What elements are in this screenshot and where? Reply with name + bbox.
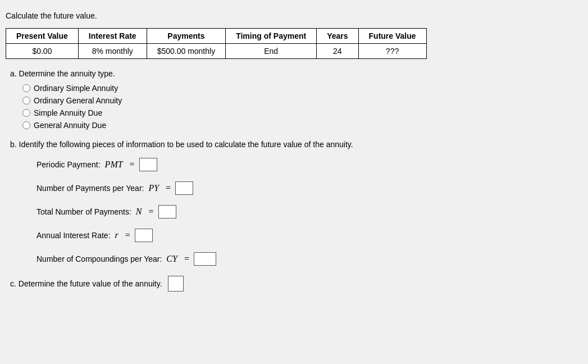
py-equals: = <box>166 183 171 193</box>
col-header-years: Years <box>317 29 358 44</box>
r-label: Annual Interest Rate: <box>37 231 111 240</box>
r-var: r <box>115 230 118 240</box>
field-row-pmt: Periodic Payment: PMT = <box>37 158 582 171</box>
cell-interest-rate: 8% monthly <box>78 44 147 59</box>
radio-simple-due[interactable]: Simple Annuity Due <box>22 108 582 117</box>
cell-payments: $500.00 monthly <box>147 44 226 59</box>
field-row-cy: Number of Compoundings per Year: CY = <box>37 252 582 266</box>
n-label: Total Number of Payments: <box>37 207 131 216</box>
field-row-r: Annual Interest Rate: r = <box>37 229 582 242</box>
cy-label: Number of Compoundings per Year: <box>37 254 162 263</box>
r-input-box[interactable] <box>135 229 153 242</box>
pmt-equals: = <box>130 160 135 170</box>
pmt-var: PMT <box>105 160 123 170</box>
py-input-box[interactable] <box>175 181 193 195</box>
radio-ordinary-general-input[interactable] <box>22 97 30 104</box>
radio-general-due[interactable]: General Annuity Due <box>22 121 582 130</box>
col-header-future-value: Future Value <box>358 29 426 44</box>
n-equals: = <box>149 207 154 217</box>
radio-ordinary-general[interactable]: Ordinary General Annuity <box>22 96 582 105</box>
cell-present-value: $0.00 <box>6 44 79 59</box>
py-var: PY <box>148 183 159 193</box>
section-a-label: a. Determine the annuity type. <box>10 69 582 78</box>
radio-general-due-label: General Annuity Due <box>34 121 106 130</box>
radio-general-due-input[interactable] <box>22 121 30 129</box>
field-row-n: Total Number of Payments: N = <box>37 205 582 219</box>
radio-simple-due-label: Simple Annuity Due <box>34 108 102 117</box>
radio-ordinary-simple[interactable]: Ordinary Simple Annuity <box>22 84 582 93</box>
radio-ordinary-simple-input[interactable] <box>22 84 30 92</box>
pmt-label: Periodic Payment: <box>37 160 101 169</box>
r-equals: = <box>125 230 130 240</box>
cy-input-box[interactable] <box>194 252 216 266</box>
n-var: N <box>136 207 142 217</box>
section-c-row: c. Determine the future value of the ann… <box>10 276 582 292</box>
cell-years: 24 <box>317 44 358 59</box>
radio-ordinary-general-label: Ordinary General Annuity <box>34 96 122 105</box>
future-value-input-box[interactable] <box>168 276 184 292</box>
annuity-type-group: Ordinary Simple Annuity Ordinary General… <box>22 84 582 130</box>
data-table: Present Value Interest Rate Payments Tim… <box>6 28 427 59</box>
col-header-present-value: Present Value <box>6 29 79 44</box>
radio-simple-due-input[interactable] <box>22 109 30 117</box>
section-b-label: b. Identify the following pieces of info… <box>10 140 582 149</box>
pmt-input-box[interactable] <box>139 158 157 171</box>
section-c-label: c. Determine the future value of the ann… <box>10 279 162 288</box>
field-row-py: Number of Payments per Year: PY = <box>37 181 582 195</box>
cell-timing: End <box>226 44 317 59</box>
col-header-interest-rate: Interest Rate <box>78 29 147 44</box>
cell-future-value: ??? <box>358 44 426 59</box>
fields-group: Periodic Payment: PMT = Number of Paymen… <box>37 158 582 266</box>
col-header-payments: Payments <box>147 29 226 44</box>
cy-equals: = <box>184 254 189 264</box>
radio-ordinary-simple-label: Ordinary Simple Annuity <box>34 84 118 93</box>
py-label: Number of Payments per Year: <box>37 184 144 193</box>
n-input-box[interactable] <box>158 205 176 219</box>
cy-var: CY <box>166 254 177 264</box>
col-header-timing: Timing of Payment <box>226 29 317 44</box>
intro-text: Calculate the future value. <box>6 11 582 20</box>
table-row: $0.00 8% monthly $500.00 monthly End 24 … <box>6 44 427 59</box>
